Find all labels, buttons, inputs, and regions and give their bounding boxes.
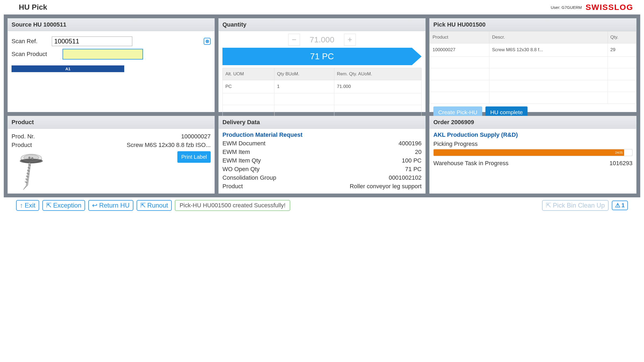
table-row[interactable]: PC 1 71.000 [223,80,422,93]
quantity-panel: Quantity − 71.000 + 71 PC Alt. UOM Qty B… [218,18,426,112]
open-icon: ⇱ [140,202,146,209]
ewm-item-label: EWM Item [222,149,250,156]
ewm-doc-label: EWM Document [222,140,265,147]
qty-header: Qty. [608,31,636,43]
bin-indicator: A1 [12,65,124,72]
pick-hu-table: Product Descr. Qty. 100000027 Screw M6S … [430,31,636,104]
runout-button[interactable]: ⇱ Runout [137,200,172,211]
prod-nr-value: 100000027 [181,133,211,140]
alert-badge[interactable]: ⚠ 1 [612,201,628,210]
wt-progress-label: Warehouse Task in Progress [433,160,508,167]
ewm-item-value: 20 [415,149,422,156]
prod-nr-label: Prod. Nr. [12,133,35,140]
scan-product-input[interactable] [63,49,143,60]
scan-product-label: Scan Product [12,51,60,58]
delivery-heading: Production Material Request [222,131,422,138]
ewm-item-qty-value: 100 PC [402,157,422,164]
pick-hu-title: Pick HU HU001500 [430,19,636,31]
arrow-up-icon: ↑ [20,202,23,209]
qty-increment-button[interactable]: + [344,34,356,46]
exit-button[interactable]: ↑ Exit [16,200,39,211]
source-hu-panel: Source HU 1000511 Scan Ref. ⊗ Scan Produ… [8,18,215,112]
product-panel: Product Prod. Nr. 100000027 Product Scre… [8,116,215,194]
table-row [430,68,636,80]
quantity-table: Alt. UOM Qty BUoM. Rem. Qty. AUoM. PC 1 … [222,68,422,117]
delivery-title: Delivery Data [219,116,425,129]
qty-buom-header: Qty BUoM. [274,68,334,80]
cons-group-value: 0001002102 [389,174,422,181]
qty-stepper-value: 71.000 [300,35,344,44]
warning-icon: ⚠ [615,202,620,209]
open-icon: ⇱ [46,202,52,209]
table-row [430,80,636,92]
del-product-value: Roller conveyor leg support [350,183,422,190]
ewm-item-qty-label: EWM Item Qty [222,157,261,164]
product-panel-title: Product [8,116,214,129]
product-image [12,151,46,191]
picking-progress-label: Picking Progress [433,141,632,147]
return-icon: ↩ [92,202,97,209]
rem-qty-header: Rem. Qty. AUoM. [334,68,421,80]
clear-scan-ref-button[interactable]: ⊗ [204,38,211,45]
qty-decrement-button[interactable]: − [288,34,300,46]
return-hu-button[interactable]: ↩ Return HU [88,200,133,211]
quantity-title: Quantity [219,19,425,31]
open-icon: ⇱ [546,202,551,209]
product-label: Product [12,142,32,149]
svg-point-3 [20,159,43,163]
wt-progress-value: 1016293 [609,160,632,167]
scan-ref-input[interactable] [52,36,132,46]
exception-button[interactable]: ⇱ Exception [42,200,85,211]
close-circle-icon: ⊗ [205,38,209,44]
picking-progress-bar: 24/25 [433,149,632,156]
order-title: Order 2006909 [430,116,636,129]
pick-hu-panel: Pick HU HU001500 Product Descr. Qty. 100… [429,18,636,112]
cons-group-label: Consolidation Group [222,174,276,181]
table-row [223,105,422,117]
print-label-button[interactable]: Print Label [177,151,211,163]
table-row [430,57,636,68]
page-title: HU Pick [19,3,47,12]
descr-header: Descr. [489,31,608,43]
order-heading: AKL Production Supply (R&D) [433,131,632,138]
pick-bin-cleanup-button[interactable]: ⇱ Pick Bin Clean Up [542,200,608,211]
delivery-data-panel: Delivery Data Production Material Reques… [218,116,426,194]
progress-fill: 24/25 [434,149,624,156]
del-product-label: Product [222,183,243,190]
wo-open-qty-label: WO Open Qty [222,166,259,173]
table-row [430,92,636,104]
logo: SWISSLOG [586,3,633,12]
product-header: Product [430,31,489,43]
order-panel: Order 2006909 AKL Production Supply (R&D… [429,116,636,194]
source-hu-title: Source HU 1000511 [8,19,214,31]
wo-open-qty-value: 71 PC [405,166,422,173]
table-row [223,93,422,105]
qty-arrow: 71 PC [222,48,422,65]
ewm-doc-value: 4000196 [398,140,422,147]
alt-uom-header: Alt. UOM [223,68,275,80]
scan-ref-label: Scan Ref. [12,38,49,45]
table-row[interactable]: 100000027 Screw M6S 12x30 8.8 f... 29 [430,43,636,57]
status-message: Pick-HU HU001500 created Sucessfully! [175,200,290,211]
product-value: Screw M6S 12x30 8.8 fzb ISO... [127,142,211,149]
user-label: User: G7GUERM [551,5,582,10]
